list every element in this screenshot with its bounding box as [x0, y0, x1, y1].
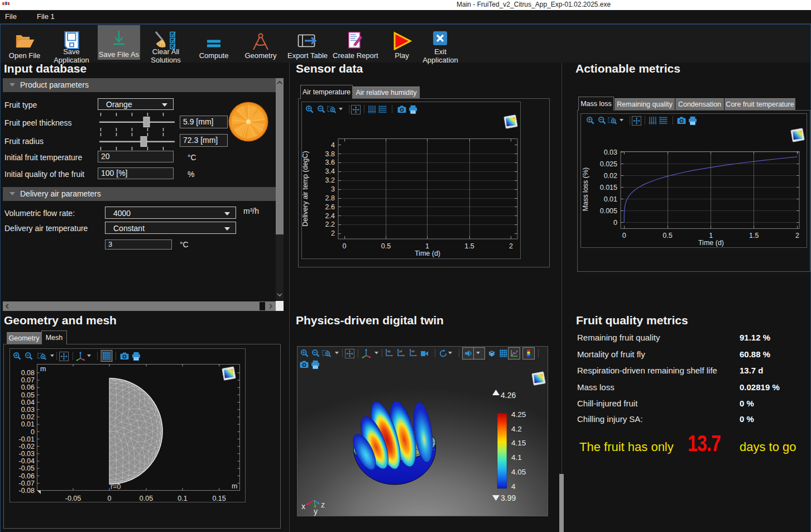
svg-text:4.25: 4.25: [511, 410, 526, 419]
svg-text:z: z: [321, 500, 325, 509]
svg-text:4: 4: [511, 482, 516, 491]
svg-text:0.01: 0.01: [604, 195, 617, 203]
svg-text:Time (d): Time (d): [415, 250, 440, 257]
svg-text:m: m: [40, 365, 46, 373]
svg-text:4.2: 4.2: [511, 425, 522, 433]
svg-text:-0.07: -0.07: [19, 480, 35, 487]
svg-text:2: 2: [331, 229, 335, 237]
svg-text:0: 0: [622, 232, 626, 239]
svg-text:1.5: 1.5: [749, 232, 759, 239]
svg-text:0.025: 0.025: [600, 160, 617, 168]
svg-text:-0.03: -0.03: [19, 450, 35, 458]
svg-text:m: m: [232, 482, 237, 490]
svg-text:r=0: r=0: [111, 483, 121, 491]
svg-text:-0.06: -0.06: [19, 472, 35, 480]
svg-text:0.03: 0.03: [21, 406, 35, 414]
svg-text:2.6: 2.6: [325, 203, 335, 211]
svg-text:2.8: 2.8: [325, 194, 335, 202]
svg-text:0.03: 0.03: [604, 148, 617, 156]
svg-text:-0.04: -0.04: [19, 457, 35, 465]
svg-text:4.15: 4.15: [511, 439, 526, 447]
svg-text:-0.08: -0.08: [19, 487, 35, 495]
svg-text:0.5: 0.5: [663, 232, 672, 239]
svg-text:Mass loss (%): Mass loss (%): [582, 167, 589, 211]
svg-text:1: 1: [709, 232, 713, 239]
svg-text:y: y: [314, 507, 318, 516]
svg-text:-0.05: -0.05: [65, 495, 81, 502]
svg-text:3.2: 3.2: [325, 176, 335, 184]
svg-text:2: 2: [509, 242, 513, 250]
svg-text:0: 0: [108, 495, 112, 502]
svg-text:0: 0: [342, 242, 346, 250]
svg-text:4.26: 4.26: [501, 391, 516, 400]
svg-text:2: 2: [795, 232, 799, 239]
svg-text:-0.01: -0.01: [19, 435, 35, 443]
svg-text:0.07: 0.07: [21, 376, 35, 384]
svg-text:4.1: 4.1: [511, 453, 522, 462]
svg-text:Time (d): Time (d): [698, 239, 724, 247]
svg-text:0.5: 0.5: [381, 242, 391, 250]
svg-text:0.06: 0.06: [21, 384, 35, 391]
svg-text:0.08: 0.08: [21, 369, 35, 377]
svg-text:4: 4: [331, 141, 335, 149]
svg-text:3: 3: [331, 185, 335, 193]
svg-text:0.04: 0.04: [21, 399, 35, 406]
svg-text:0: 0: [613, 219, 617, 227]
svg-text:-0.02: -0.02: [19, 443, 35, 450]
svg-text:0.05: 0.05: [21, 391, 35, 399]
svg-text:-0.05: -0.05: [19, 464, 35, 472]
svg-text:0.01: 0.01: [21, 420, 35, 428]
svg-text:1: 1: [425, 242, 429, 250]
svg-text:0.02: 0.02: [604, 172, 617, 180]
svg-text:3.4: 3.4: [325, 167, 335, 175]
svg-text:4.05: 4.05: [511, 468, 526, 476]
svg-text:0.1: 0.1: [177, 495, 187, 502]
svg-text:0.005: 0.005: [600, 207, 617, 215]
svg-text:0.05: 0.05: [140, 495, 153, 502]
svg-text:3.99: 3.99: [501, 493, 516, 502]
svg-text:2.2: 2.2: [325, 221, 335, 228]
svg-text:0: 0: [31, 428, 35, 436]
svg-text:3.6: 3.6: [325, 159, 335, 166]
svg-text:0.015: 0.015: [600, 184, 617, 191]
svg-text:0.15: 0.15: [212, 495, 225, 502]
svg-text:2.4: 2.4: [325, 212, 335, 220]
svg-text:1.5: 1.5: [464, 242, 474, 250]
svg-text:x: x: [301, 502, 305, 511]
svg-text:3.8: 3.8: [325, 150, 335, 158]
svg-text:0.02: 0.02: [21, 413, 35, 421]
svg-text:Delivery air temp (degC): Delivery air temp (degC): [301, 151, 309, 226]
